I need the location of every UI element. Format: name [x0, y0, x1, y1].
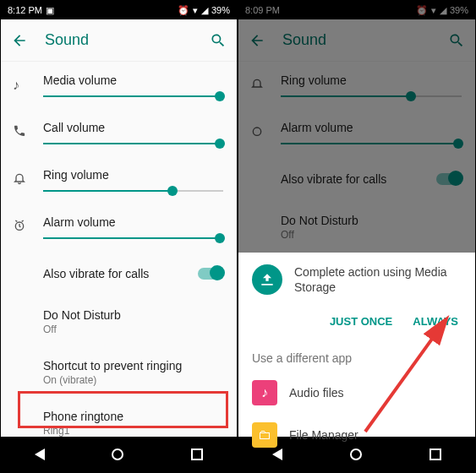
call-volume-item[interactable]: Call volume — [1, 109, 237, 156]
call-slider[interactable] — [43, 143, 223, 144]
wifi-icon: ▾ — [193, 5, 198, 16]
highlight-box — [18, 391, 228, 428]
file-manager-icon: 🗀 — [252, 422, 277, 448]
bell-icon — [13, 171, 26, 188]
shortcut-item[interactable]: Shortcut to prevent ringing On (vibrate) — [1, 347, 237, 398]
phone-left: 8:12 PM ▣ ⏰ ▾ ◢ 39% Sound ♪ Media volume… — [0, 0, 238, 473]
nav-bar — [1, 437, 237, 472]
app-header: Sound — [1, 19, 237, 62]
search-icon[interactable] — [210, 32, 227, 49]
alarm-slider[interactable] — [43, 237, 223, 239]
battery-icon: 39% — [211, 5, 230, 15]
media-volume-item[interactable]: ♪ Media volume — [1, 62, 237, 109]
audio-files-icon: ♪ — [252, 380, 277, 405]
nav-recent-icon[interactable] — [191, 449, 203, 460]
alarm-volume-item[interactable]: Alarm volume — [1, 204, 237, 251]
note-icon: ♪ — [13, 78, 19, 93]
sheet-header[interactable]: Complete action using Media Storage — [238, 253, 475, 307]
signal-icon: ◢ — [201, 5, 208, 16]
action-sheet: Complete action using Media Storage JUST… — [238, 253, 475, 437]
sheet-title: Complete action using Media Storage — [294, 264, 462, 295]
media-slider[interactable] — [43, 95, 223, 97]
page-title: Sound — [45, 31, 193, 49]
different-app-label: Use a different app — [238, 340, 475, 372]
alarm-icon: ⏰ — [178, 5, 189, 16]
phone-icon — [13, 124, 26, 141]
phone-right: 8:09 PM ⏰ ▾ ◢ 39% Sound Ring volume Alar… — [238, 0, 476, 473]
status-bar: 8:12 PM ▣ ⏰ ▾ ◢ 39% — [1, 1, 237, 19]
media-storage-icon — [252, 264, 282, 295]
dnd-item[interactable]: Do Not Disturb Off — [1, 296, 237, 347]
vibrate-toggle[interactable] — [198, 268, 223, 280]
back-icon[interactable] — [11, 32, 28, 49]
ring-volume-item[interactable]: Ring volume — [1, 156, 237, 204]
settings-list: ♪ Media volume Call volume Ring volume A… — [1, 62, 237, 437]
nav-home-icon[interactable] — [112, 449, 123, 460]
just-once-button[interactable]: JUST ONCE — [330, 315, 392, 328]
app-file-manager[interactable]: 🗀 File Manager — [238, 414, 475, 456]
app-audio-files[interactable]: ♪ Audio files — [238, 372, 475, 414]
ring-slider[interactable] — [43, 190, 223, 192]
status-time: 8:12 PM — [8, 5, 42, 15]
nav-back-icon[interactable] — [35, 449, 45, 460]
always-button[interactable]: ALWAYS — [413, 315, 458, 328]
image-icon: ▣ — [46, 5, 54, 16]
vibrate-item[interactable]: Also vibrate for calls — [1, 251, 237, 296]
clock-icon — [13, 219, 26, 236]
